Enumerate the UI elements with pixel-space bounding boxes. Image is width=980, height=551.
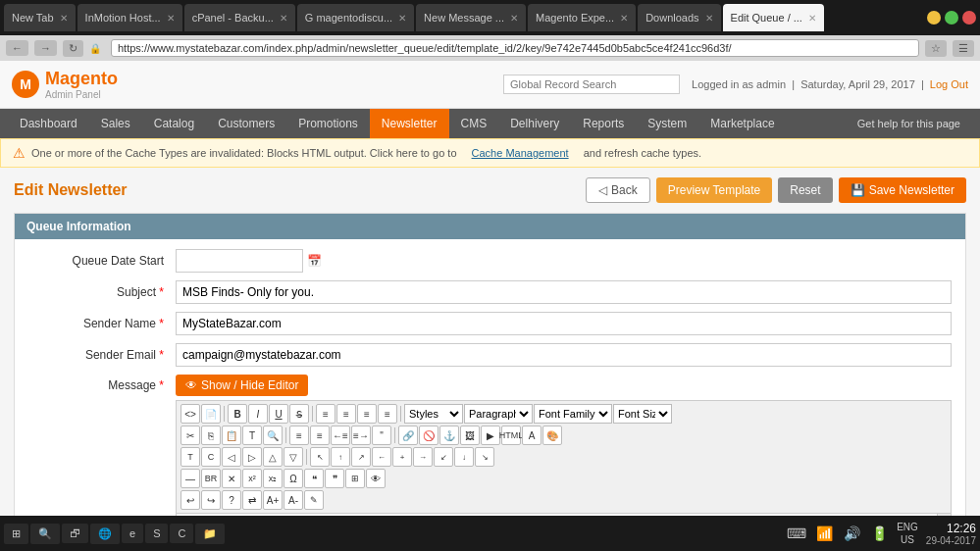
sound-icon[interactable]: 🔊 <box>842 524 861 543</box>
subject-input[interactable] <box>176 280 952 304</box>
global-search-input[interactable] <box>503 75 680 94</box>
back-browser-button[interactable]: ← <box>6 40 28 56</box>
tab-inmotion[interactable]: InMotion Host...✕ <box>77 4 182 31</box>
nav-marketplace[interactable]: Marketplace <box>698 109 786 138</box>
preview-btn[interactable]: 👁 <box>366 469 386 488</box>
help-link[interactable]: Get help for this page <box>846 110 972 137</box>
nav-reports[interactable]: Reports <box>571 109 636 138</box>
align-center-btn[interactable]: ≡ <box>336 404 356 424</box>
row-before-btn[interactable]: △ <box>263 447 283 467</box>
nav-customers[interactable]: Customers <box>206 109 286 138</box>
strikethrough-btn[interactable]: S̶ <box>289 404 309 424</box>
tab-new-tab[interactable]: New Tab✕ <box>4 4 76 31</box>
paste-text-btn[interactable]: T <box>242 426 262 445</box>
ie-taskbar[interactable]: e <box>122 524 143 543</box>
sup-btn[interactable]: x² <box>242 469 262 488</box>
direction-btn[interactable]: ⇄ <box>242 490 262 510</box>
show-hide-editor-button[interactable]: 👁 Show / Hide Editor <box>176 375 308 396</box>
find-btn[interactable]: 🔍 <box>263 426 283 445</box>
col-left-btn[interactable]: ◁ <box>222 447 241 467</box>
start-button[interactable]: ⊞ <box>4 524 28 544</box>
menu-button[interactable]: ☰ <box>953 40 974 57</box>
omega-btn[interactable]: Ω <box>284 469 303 488</box>
tab-cpanel[interactable]: cPanel - Backu...✕ <box>184 4 295 31</box>
underline-btn[interactable]: U <box>269 404 288 424</box>
blockquote-btn[interactable]: " <box>372 426 391 445</box>
cell-props-btn[interactable]: C <box>201 447 221 467</box>
font-family-select[interactable]: Font Family <box>534 404 612 424</box>
log-out-link[interactable]: Log Out <box>930 78 968 90</box>
align-bc-btn[interactable]: ↓ <box>454 447 474 467</box>
battery-icon[interactable]: 🔋 <box>869 524 889 543</box>
align-br-btn[interactable]: ↘ <box>475 447 494 467</box>
save-newsletter-button[interactable]: 💾 Save Newsletter <box>839 177 966 203</box>
preview-template-button[interactable]: Preview Template <box>656 177 773 203</box>
font-size-dec-btn[interactable]: A- <box>284 490 303 510</box>
ol-btn[interactable]: ≡ <box>310 426 330 445</box>
maximize-button[interactable] <box>945 11 958 25</box>
align-tc-btn[interactable]: ↑ <box>331 447 350 467</box>
col-right-btn[interactable]: ▷ <box>242 447 262 467</box>
bold-btn[interactable]: B <box>228 404 247 424</box>
copy-btn[interactable]: ⎘ <box>201 426 221 445</box>
undo-btn[interactable]: ↩ <box>181 490 200 510</box>
ul-btn[interactable]: ≡ <box>289 426 309 445</box>
nav-dashboard[interactable]: Dashboard <box>8 109 89 138</box>
italic-btn[interactable]: I <box>248 404 268 424</box>
chrome2-taskbar[interactable]: C <box>170 524 193 543</box>
cache-management-link[interactable]: Cache Management <box>472 147 569 159</box>
unlink-btn[interactable]: 🚫 <box>419 426 438 445</box>
task-view-button[interactable]: 🗗 <box>62 524 88 543</box>
nav-sales[interactable]: Sales <box>89 109 142 138</box>
flash-btn[interactable]: ▶ <box>481 426 500 445</box>
tab-magento-exp[interactable]: Magento Expe...✕ <box>528 4 636 31</box>
nav-delhivery[interactable]: Delhivery <box>498 109 571 138</box>
keyboard-icon[interactable]: ⌨ <box>787 524 806 543</box>
indent-left-btn[interactable]: ←≡ <box>331 426 350 445</box>
page-break-btn[interactable]: ⊞ <box>345 469 365 488</box>
nav-system[interactable]: System <box>636 109 698 138</box>
address-bar[interactable] <box>111 39 919 57</box>
close-button[interactable] <box>962 11 976 25</box>
quote-right-btn[interactable]: ❞ <box>325 469 344 488</box>
align-ml-btn[interactable]: ← <box>372 447 391 467</box>
help-btn[interactable]: ? <box>222 490 241 510</box>
font-size-inc-btn[interactable]: A+ <box>263 490 283 510</box>
quote-left-btn[interactable]: ❝ <box>304 469 324 488</box>
chrome-taskbar[interactable]: 🌐 <box>90 524 120 544</box>
cortana-button[interactable]: 🔍 <box>30 524 60 544</box>
sender-name-input[interactable] <box>176 312 952 335</box>
align-justify-btn[interactable]: ≡ <box>378 404 397 424</box>
explorer-taskbar[interactable]: 📁 <box>195 524 225 544</box>
nav-catalog[interactable]: Catalog <box>142 109 206 138</box>
align-mr-btn[interactable]: → <box>413 447 433 467</box>
sub-btn[interactable]: x₂ <box>263 469 283 488</box>
br-btn[interactable]: BR <box>201 469 221 488</box>
queue-date-input[interactable] <box>176 249 303 273</box>
img-btn[interactable]: 📄 <box>201 404 221 424</box>
format-btn[interactable]: ✎ <box>304 490 324 510</box>
nav-promotions[interactable]: Promotions <box>286 109 370 138</box>
forward-browser-button[interactable]: → <box>34 40 57 56</box>
back-button[interactable]: ◁ Back <box>586 177 650 203</box>
nav-cms[interactable]: CMS <box>449 109 499 138</box>
x-btn[interactable]: ✕ <box>222 469 241 488</box>
bookmark-button[interactable]: ☆ <box>925 40 947 57</box>
styles-select[interactable]: Styles <box>404 404 463 424</box>
sender-email-input[interactable] <box>176 343 952 367</box>
hr-btn[interactable]: — <box>181 469 200 488</box>
align-tl-btn[interactable]: ↖ <box>310 447 330 467</box>
align-left-btn[interactable]: ≡ <box>316 404 335 424</box>
tab-downloads[interactable]: Downloads✕ <box>638 4 720 31</box>
bg-color-btn[interactable]: 🎨 <box>542 426 562 445</box>
reset-button[interactable]: Reset <box>778 177 832 203</box>
paragraph-select[interactable]: Paragraph <box>464 404 533 424</box>
tab-new-message[interactable]: New Message ...✕ <box>416 4 526 31</box>
font-color-btn[interactable]: A <box>522 426 542 445</box>
link-btn[interactable]: 🔗 <box>398 426 418 445</box>
tab-magento-discuss[interactable]: G magentodiscu...✕ <box>297 4 414 31</box>
source-btn[interactable]: <> <box>181 404 200 424</box>
nav-newsletter[interactable]: Newsletter <box>370 109 449 138</box>
anchor-btn[interactable]: ⚓ <box>439 426 459 445</box>
redo-btn[interactable]: ↪ <box>201 490 221 510</box>
